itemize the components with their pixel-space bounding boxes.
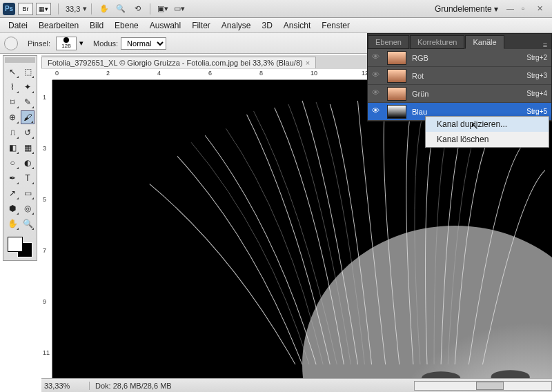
- tab-ebenen[interactable]: Ebenen: [368, 35, 409, 49]
- brush-picker[interactable]: 128: [56, 37, 77, 50]
- camera-tool[interactable]: ◎: [21, 202, 34, 215]
- hand-tool[interactable]: ✋: [6, 217, 19, 231]
- crop-tool[interactable]: ⌑: [6, 95, 19, 109]
- move-tool[interactable]: ↖: [6, 65, 19, 79]
- tool-preset[interactable]: [4, 37, 18, 50]
- hand-icon[interactable]: ✋: [98, 3, 110, 15]
- menu-delete-channel[interactable]: Kanal löschen: [426, 132, 549, 147]
- menu-duplicate-channel[interactable]: Kanal duplizieren...: [426, 117, 549, 132]
- ruler-vertical[interactable]: 1357911: [41, 80, 52, 378]
- brush-label: Pinsel:: [28, 39, 50, 48]
- visibility-icon[interactable]: 👁: [372, 88, 383, 99]
- eyedropper-tool[interactable]: ✎: [21, 95, 34, 109]
- menu-auswahl[interactable]: Auswahl: [144, 21, 186, 30]
- menu-filter[interactable]: Filter: [186, 21, 216, 30]
- eraser-tool[interactable]: ◧: [6, 141, 19, 155]
- maximize-icon[interactable]: ▫: [522, 4, 531, 14]
- panel-menu-icon[interactable]: ≡: [539, 41, 551, 49]
- visibility-icon[interactable]: 👁: [372, 106, 383, 117]
- minimize-icon[interactable]: —: [506, 4, 516, 14]
- screen-mode-button[interactable]: ▦▾: [36, 3, 51, 15]
- brush-tool[interactable]: 🖌: [21, 110, 34, 124]
- wand-tool[interactable]: ✦: [21, 80, 34, 94]
- tab-korrekturen[interactable]: Korrekturen: [410, 35, 464, 49]
- blend-mode-select[interactable]: Normal: [121, 37, 166, 50]
- arrange-icon[interactable]: ▣▾: [157, 3, 169, 15]
- lasso-tool[interactable]: ⌇: [6, 80, 19, 94]
- channel-rot[interactable]: 👁RotStrg+3: [368, 67, 551, 85]
- visibility-icon[interactable]: 👁: [372, 70, 383, 81]
- screen-icon[interactable]: ▭▾: [173, 3, 186, 15]
- bridge-button[interactable]: Br: [18, 3, 33, 15]
- channel-rgb[interactable]: 👁RGBStrg+2: [368, 49, 551, 67]
- blur-tool[interactable]: ○: [6, 156, 19, 170]
- zoom-readout[interactable]: 33,33%: [41, 382, 90, 390]
- status-bar: 33,33% Dok: 28,6 MB/28,6 MB: [41, 378, 552, 392]
- doc-info[interactable]: Dok: 28,6 MB/28,6 MB: [90, 382, 414, 390]
- close-icon[interactable]: ✕: [537, 4, 546, 14]
- menu-analyse[interactable]: Analyse: [216, 21, 257, 30]
- pen-tool[interactable]: ✒: [6, 171, 19, 185]
- toolbox: ↖⬚ ⌇✦ ⌑✎ ⊕🖌 ⎍↺ ◧▦ ○◐ ✒T ↗▭ ⬢◎ ✋🔍: [3, 55, 37, 261]
- visibility-icon[interactable]: 👁: [372, 52, 383, 63]
- menu-fenster[interactable]: Fenster: [316, 21, 355, 30]
- close-tab-icon[interactable]: ×: [306, 59, 310, 67]
- menu-ansicht[interactable]: Ansicht: [278, 21, 316, 30]
- menu-3d[interactable]: 3D: [257, 21, 278, 30]
- heal-tool[interactable]: ⊕: [6, 110, 19, 124]
- menu-bild[interactable]: Bild: [84, 21, 109, 30]
- mode-label: Modus:: [93, 39, 118, 48]
- menu-bearbeiten[interactable]: Bearbeiten: [33, 21, 84, 30]
- channel-gruen[interactable]: 👁GrünStrg+4: [368, 85, 551, 103]
- menu-ebene[interactable]: Ebene: [109, 21, 144, 30]
- zoom-level[interactable]: 33,3: [66, 5, 80, 13]
- workspace-switcher[interactable]: Grundelemente ▾: [435, 4, 498, 14]
- app-icon: Ps: [3, 3, 15, 15]
- 3d-tool[interactable]: ⬢: [6, 202, 19, 215]
- zoom-tool[interactable]: 🔍: [21, 217, 34, 231]
- tab-kanaele[interactable]: Kanäle: [465, 35, 504, 49]
- context-menu: Kanal duplizieren... Kanal löschen: [425, 116, 549, 148]
- menu-bar: Datei Bearbeiten Bild Ebene Auswahl Filt…: [0, 18, 552, 33]
- dodge-tool[interactable]: ◐: [21, 156, 34, 170]
- stamp-tool[interactable]: ⎍: [6, 126, 19, 139]
- scrollbar-horizontal[interactable]: [414, 381, 552, 391]
- type-tool[interactable]: T: [21, 171, 34, 185]
- title-bar: Ps Br ▦▾ 33,3▾ ✋ 🔍 ⟲ ▣▾ ▭▾ Grundelemente…: [0, 0, 552, 18]
- menu-datei[interactable]: Datei: [3, 21, 33, 30]
- marquee-tool[interactable]: ⬚: [21, 65, 34, 79]
- path-tool[interactable]: ↗: [6, 186, 19, 200]
- document-tab[interactable]: Fotolia_3792651_XL © Giorgio Gruizza - F…: [41, 57, 316, 68]
- history-brush-tool[interactable]: ↺: [21, 126, 34, 139]
- document-title: Fotolia_3792651_XL © Giorgio Gruizza - F…: [48, 59, 303, 67]
- channels-panel: Ebenen Korrekturen Kanäle ≡ 👁RGBStrg+2 👁…: [367, 33, 552, 121]
- gradient-tool[interactable]: ▦: [21, 141, 34, 155]
- zoom-icon[interactable]: 🔍: [115, 3, 127, 15]
- color-swatch[interactable]: [6, 235, 34, 257]
- rotate-icon[interactable]: ⟲: [131, 3, 144, 15]
- shape-tool[interactable]: ▭: [21, 186, 34, 200]
